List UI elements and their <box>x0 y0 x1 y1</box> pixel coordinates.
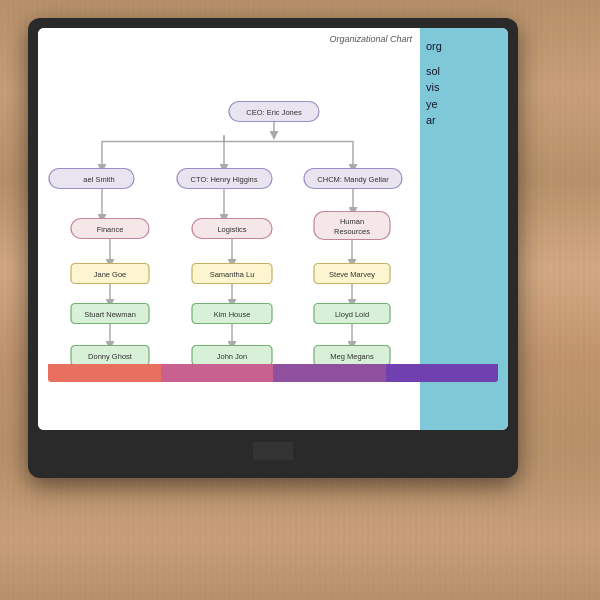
right-panel-text2: solvisyear <box>426 63 502 129</box>
right-panel-text: org <box>426 38 502 55</box>
color-bar-purple <box>273 364 386 382</box>
monitor-stand-base <box>223 460 323 474</box>
right-panel-word1: org <box>426 40 442 52</box>
svg-text:Human: Human <box>340 217 364 226</box>
color-bar-violet <box>386 364 499 382</box>
monitor: Organizational Chart <box>28 18 518 478</box>
svg-text:Donny Ghost: Donny Ghost <box>88 352 133 361</box>
svg-text:Finance: Finance <box>97 225 124 234</box>
svg-text:Meg Megans: Meg Megans <box>330 352 374 361</box>
svg-text:CTO: Henry Higgins: CTO: Henry Higgins <box>191 175 258 184</box>
desk-background: Organizational Chart <box>0 0 600 600</box>
svg-text:Lloyd Loid: Lloyd Loid <box>335 310 369 319</box>
svg-text:John Jon: John Jon <box>217 352 247 361</box>
svg-text:Resources: Resources <box>334 227 370 236</box>
svg-text:Samantha Lu: Samantha Lu <box>210 270 255 279</box>
color-bar-pink <box>161 364 274 382</box>
svg-text:CEO: Eric Jones: CEO: Eric Jones <box>246 108 302 117</box>
svg-text:Logistics: Logistics <box>217 225 246 234</box>
svg-text:CHCM: Mandy Gellar: CHCM: Mandy Gellar <box>317 175 389 184</box>
monitor-bezel: Organizational Chart <box>38 28 508 430</box>
svg-text:ael Smith: ael Smith <box>83 175 114 184</box>
color-bar <box>48 364 498 382</box>
svg-text:Stuart Newman: Stuart Newman <box>84 310 136 319</box>
color-bar-red <box>48 364 161 382</box>
svg-text:Kim House: Kim House <box>214 310 251 319</box>
chart-title: Organizational Chart <box>329 34 412 44</box>
svg-text:Jane Goe: Jane Goe <box>94 270 127 279</box>
svg-text:Steve Marvey: Steve Marvey <box>329 270 375 279</box>
